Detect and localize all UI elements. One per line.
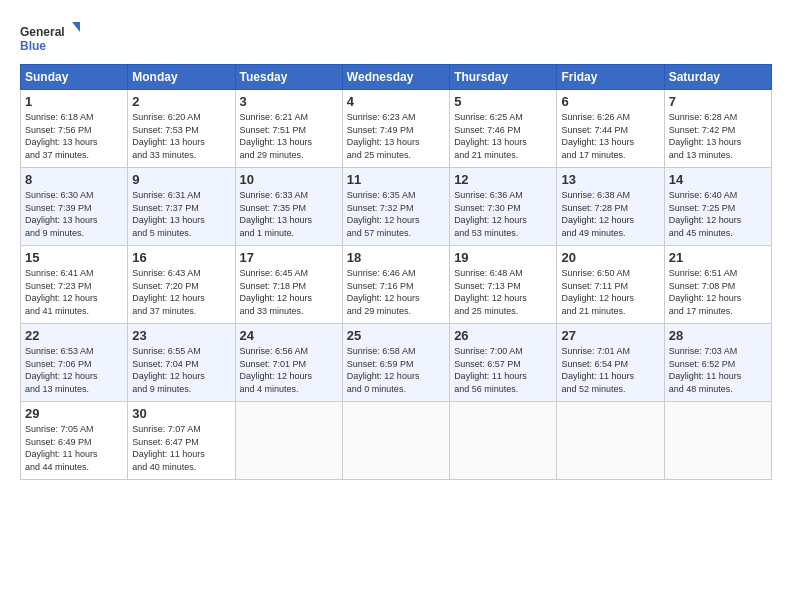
day-info: Sunrise: 6:41 AMSunset: 7:23 PMDaylight:… xyxy=(25,268,98,316)
day-number: 5 xyxy=(454,94,552,109)
calendar-cell: 16Sunrise: 6:43 AMSunset: 7:20 PMDayligh… xyxy=(128,246,235,324)
calendar-cell: 8Sunrise: 6:30 AMSunset: 7:39 PMDaylight… xyxy=(21,168,128,246)
calendar-cell: 3Sunrise: 6:21 AMSunset: 7:51 PMDaylight… xyxy=(235,90,342,168)
day-header: Sunday xyxy=(21,65,128,90)
day-number: 20 xyxy=(561,250,659,265)
svg-text:General: General xyxy=(20,25,65,39)
calendar-week: 1Sunrise: 6:18 AMSunset: 7:56 PMDaylight… xyxy=(21,90,772,168)
day-info: Sunrise: 6:43 AMSunset: 7:20 PMDaylight:… xyxy=(132,268,205,316)
calendar-cell: 1Sunrise: 6:18 AMSunset: 7:56 PMDaylight… xyxy=(21,90,128,168)
day-info: Sunrise: 6:23 AMSunset: 7:49 PMDaylight:… xyxy=(347,112,420,160)
calendar-cell: 23Sunrise: 6:55 AMSunset: 7:04 PMDayligh… xyxy=(128,324,235,402)
day-number: 25 xyxy=(347,328,445,343)
day-info: Sunrise: 6:25 AMSunset: 7:46 PMDaylight:… xyxy=(454,112,527,160)
calendar-week: 29Sunrise: 7:05 AMSunset: 6:49 PMDayligh… xyxy=(21,402,772,480)
day-header: Monday xyxy=(128,65,235,90)
calendar-cell: 27Sunrise: 7:01 AMSunset: 6:54 PMDayligh… xyxy=(557,324,664,402)
calendar-cell: 22Sunrise: 6:53 AMSunset: 7:06 PMDayligh… xyxy=(21,324,128,402)
calendar-cell xyxy=(450,402,557,480)
calendar-cell: 19Sunrise: 6:48 AMSunset: 7:13 PMDayligh… xyxy=(450,246,557,324)
day-info: Sunrise: 6:33 AMSunset: 7:35 PMDaylight:… xyxy=(240,190,313,238)
calendar-cell: 24Sunrise: 6:56 AMSunset: 7:01 PMDayligh… xyxy=(235,324,342,402)
day-info: Sunrise: 6:56 AMSunset: 7:01 PMDaylight:… xyxy=(240,346,313,394)
day-info: Sunrise: 7:00 AMSunset: 6:57 PMDaylight:… xyxy=(454,346,527,394)
day-number: 16 xyxy=(132,250,230,265)
day-info: Sunrise: 7:07 AMSunset: 6:47 PMDaylight:… xyxy=(132,424,205,472)
day-info: Sunrise: 7:05 AMSunset: 6:49 PMDaylight:… xyxy=(25,424,98,472)
calendar-cell: 17Sunrise: 6:45 AMSunset: 7:18 PMDayligh… xyxy=(235,246,342,324)
day-info: Sunrise: 7:03 AMSunset: 6:52 PMDaylight:… xyxy=(669,346,742,394)
day-number: 11 xyxy=(347,172,445,187)
svg-text:Blue: Blue xyxy=(20,39,46,53)
day-number: 17 xyxy=(240,250,338,265)
calendar-week: 8Sunrise: 6:30 AMSunset: 7:39 PMDaylight… xyxy=(21,168,772,246)
day-number: 9 xyxy=(132,172,230,187)
calendar-cell: 11Sunrise: 6:35 AMSunset: 7:32 PMDayligh… xyxy=(342,168,449,246)
day-info: Sunrise: 6:35 AMSunset: 7:32 PMDaylight:… xyxy=(347,190,420,238)
day-info: Sunrise: 6:48 AMSunset: 7:13 PMDaylight:… xyxy=(454,268,527,316)
day-header: Thursday xyxy=(450,65,557,90)
day-number: 15 xyxy=(25,250,123,265)
day-number: 7 xyxy=(669,94,767,109)
calendar-cell: 14Sunrise: 6:40 AMSunset: 7:25 PMDayligh… xyxy=(664,168,771,246)
calendar-cell: 30Sunrise: 7:07 AMSunset: 6:47 PMDayligh… xyxy=(128,402,235,480)
day-number: 26 xyxy=(454,328,552,343)
day-number: 12 xyxy=(454,172,552,187)
day-number: 21 xyxy=(669,250,767,265)
calendar-cell: 18Sunrise: 6:46 AMSunset: 7:16 PMDayligh… xyxy=(342,246,449,324)
day-header: Friday xyxy=(557,65,664,90)
day-header: Saturday xyxy=(664,65,771,90)
day-number: 1 xyxy=(25,94,123,109)
day-info: Sunrise: 6:38 AMSunset: 7:28 PMDaylight:… xyxy=(561,190,634,238)
day-number: 14 xyxy=(669,172,767,187)
day-number: 22 xyxy=(25,328,123,343)
day-number: 18 xyxy=(347,250,445,265)
day-info: Sunrise: 6:40 AMSunset: 7:25 PMDaylight:… xyxy=(669,190,742,238)
day-info: Sunrise: 6:51 AMSunset: 7:08 PMDaylight:… xyxy=(669,268,742,316)
calendar-cell: 7Sunrise: 6:28 AMSunset: 7:42 PMDaylight… xyxy=(664,90,771,168)
day-info: Sunrise: 6:28 AMSunset: 7:42 PMDaylight:… xyxy=(669,112,742,160)
day-info: Sunrise: 6:18 AMSunset: 7:56 PMDaylight:… xyxy=(25,112,98,160)
day-number: 10 xyxy=(240,172,338,187)
day-number: 24 xyxy=(240,328,338,343)
day-number: 28 xyxy=(669,328,767,343)
day-info: Sunrise: 6:20 AMSunset: 7:53 PMDaylight:… xyxy=(132,112,205,160)
day-info: Sunrise: 6:36 AMSunset: 7:30 PMDaylight:… xyxy=(454,190,527,238)
day-header: Tuesday xyxy=(235,65,342,90)
day-number: 3 xyxy=(240,94,338,109)
day-number: 13 xyxy=(561,172,659,187)
day-info: Sunrise: 6:30 AMSunset: 7:39 PMDaylight:… xyxy=(25,190,98,238)
day-header: Wednesday xyxy=(342,65,449,90)
day-number: 19 xyxy=(454,250,552,265)
day-info: Sunrise: 6:58 AMSunset: 6:59 PMDaylight:… xyxy=(347,346,420,394)
calendar-cell: 13Sunrise: 6:38 AMSunset: 7:28 PMDayligh… xyxy=(557,168,664,246)
day-info: Sunrise: 6:50 AMSunset: 7:11 PMDaylight:… xyxy=(561,268,634,316)
calendar-body: 1Sunrise: 6:18 AMSunset: 7:56 PMDaylight… xyxy=(21,90,772,480)
day-number: 27 xyxy=(561,328,659,343)
calendar-cell: 2Sunrise: 6:20 AMSunset: 7:53 PMDaylight… xyxy=(128,90,235,168)
day-number: 6 xyxy=(561,94,659,109)
calendar-week: 22Sunrise: 6:53 AMSunset: 7:06 PMDayligh… xyxy=(21,324,772,402)
day-info: Sunrise: 6:53 AMSunset: 7:06 PMDaylight:… xyxy=(25,346,98,394)
calendar-cell: 28Sunrise: 7:03 AMSunset: 6:52 PMDayligh… xyxy=(664,324,771,402)
day-number: 8 xyxy=(25,172,123,187)
svg-marker-1 xyxy=(72,22,80,32)
day-number: 30 xyxy=(132,406,230,421)
calendar-cell: 12Sunrise: 6:36 AMSunset: 7:30 PMDayligh… xyxy=(450,168,557,246)
calendar-cell: 20Sunrise: 6:50 AMSunset: 7:11 PMDayligh… xyxy=(557,246,664,324)
day-number: 4 xyxy=(347,94,445,109)
day-info: Sunrise: 6:31 AMSunset: 7:37 PMDaylight:… xyxy=(132,190,205,238)
logo: General Blue xyxy=(20,22,80,58)
calendar-cell: 9Sunrise: 6:31 AMSunset: 7:37 PMDaylight… xyxy=(128,168,235,246)
calendar-cell: 25Sunrise: 6:58 AMSunset: 6:59 PMDayligh… xyxy=(342,324,449,402)
day-number: 2 xyxy=(132,94,230,109)
calendar-cell: 5Sunrise: 6:25 AMSunset: 7:46 PMDaylight… xyxy=(450,90,557,168)
day-info: Sunrise: 6:45 AMSunset: 7:18 PMDaylight:… xyxy=(240,268,313,316)
calendar-cell xyxy=(342,402,449,480)
calendar-cell: 10Sunrise: 6:33 AMSunset: 7:35 PMDayligh… xyxy=(235,168,342,246)
calendar-cell: 29Sunrise: 7:05 AMSunset: 6:49 PMDayligh… xyxy=(21,402,128,480)
day-info: Sunrise: 6:46 AMSunset: 7:16 PMDaylight:… xyxy=(347,268,420,316)
day-number: 29 xyxy=(25,406,123,421)
day-info: Sunrise: 6:55 AMSunset: 7:04 PMDaylight:… xyxy=(132,346,205,394)
calendar-cell: 15Sunrise: 6:41 AMSunset: 7:23 PMDayligh… xyxy=(21,246,128,324)
